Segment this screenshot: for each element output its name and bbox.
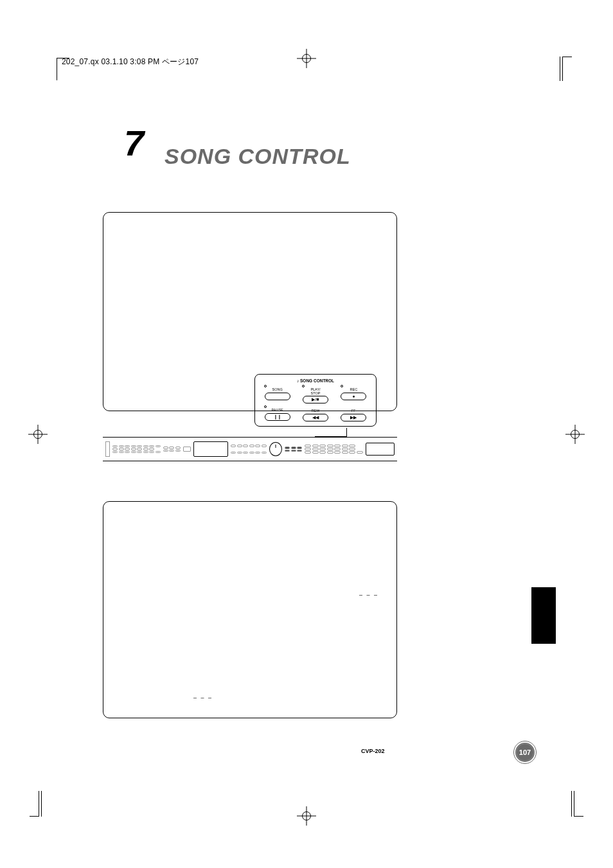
dash-placeholder-1: – – – xyxy=(359,592,378,598)
page-number-badge: 107 xyxy=(515,743,535,762)
registration-mark-right xyxy=(569,429,581,440)
button-cluster-3 xyxy=(285,447,302,452)
song-control-panel: SONG CONTROL SONG PLAY/ STOP ▶/■ REC ● P… xyxy=(254,374,377,427)
crop-mark-bl xyxy=(39,791,64,817)
ff-button-group: FF ▶▶ xyxy=(337,405,371,421)
file-header: 202_07.qx 03.1.10 3:08 PM ページ107 xyxy=(62,57,199,67)
song-button-group: SONG xyxy=(260,385,294,403)
rew-label: REW xyxy=(312,409,320,413)
panel-row-1: SONG PLAY/ STOP ▶/■ REC ● xyxy=(260,385,371,403)
panel-title: SONG CONTROL xyxy=(260,378,371,383)
registration-mark-top xyxy=(301,53,312,64)
song-label: SONG xyxy=(272,388,283,392)
contrast-block xyxy=(183,447,191,452)
playstop-button[interactable]: ▶/■ xyxy=(303,396,328,403)
crop-mark-br xyxy=(549,791,574,817)
chapter-number: 7 xyxy=(124,122,144,164)
chapter-title: SONG CONTROL xyxy=(164,144,351,169)
button-cluster-1 xyxy=(112,445,161,454)
button-cluster-4 xyxy=(305,445,363,454)
ff-label: FF xyxy=(351,409,356,413)
rew-button-group: REW ◀◀ xyxy=(298,405,332,421)
playstop-label: PLAY/ STOP xyxy=(310,388,320,395)
led-icon xyxy=(264,405,267,408)
button-cluster-2 xyxy=(163,447,181,452)
led-icon xyxy=(264,385,267,387)
rec-button-group: REC ● xyxy=(337,385,371,403)
lcd-buttons xyxy=(231,445,267,454)
song-button[interactable] xyxy=(265,393,290,400)
ff-button[interactable]: ▶▶ xyxy=(341,414,366,421)
panel-row-2: PAUSE ❙❙ REW ◀◀ FF ▶▶ xyxy=(260,405,371,421)
registration-mark-left xyxy=(32,429,44,440)
playstop-button-group: PLAY/ STOP ▶/■ xyxy=(298,385,332,403)
section-tab xyxy=(531,587,556,644)
registration-mark-bottom xyxy=(301,810,312,822)
pause-button[interactable]: ❙❙ xyxy=(265,413,290,421)
floppy-drive-icon xyxy=(366,443,395,456)
led-icon xyxy=(341,385,343,387)
main-content-box: – – – – – – xyxy=(103,501,397,718)
keyboard-panel-strip xyxy=(103,437,397,461)
data-dial-icon xyxy=(269,442,282,456)
pause-button-group: PAUSE ❙❙ xyxy=(260,405,294,421)
crop-mark-tr xyxy=(549,57,563,81)
rec-button[interactable]: ● xyxy=(341,393,366,400)
led-icon xyxy=(302,385,305,387)
footer-model: CVP-202 xyxy=(361,748,385,754)
rec-label: REC xyxy=(350,388,358,392)
pause-label: PAUSE xyxy=(272,409,283,412)
callout-line xyxy=(315,428,347,437)
rew-button[interactable]: ◀◀ xyxy=(303,414,328,421)
volume-slider-icon xyxy=(105,441,110,457)
lcd-screen-icon xyxy=(193,441,229,457)
dash-placeholder-2: – – – xyxy=(193,695,213,701)
